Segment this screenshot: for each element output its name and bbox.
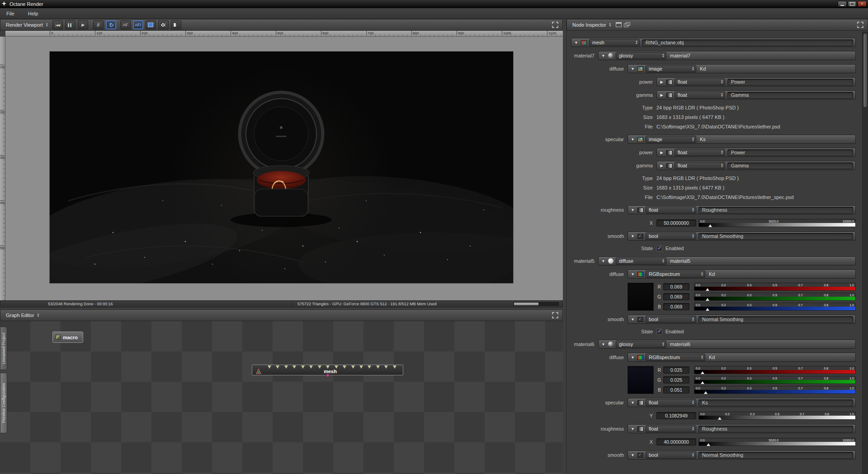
node-header-bar[interactable]: float Power [656, 148, 856, 157]
input-pins[interactable] [268, 365, 396, 369]
red-slider[interactable]: 0.00.20.30.50.70.81.0 [694, 283, 856, 291]
collapse-icon[interactable] [630, 427, 635, 431]
node-type-dropdown[interactable]: bool [646, 232, 696, 240]
red-slider[interactable]: 0.00.20.30.50.70.81.0 [694, 366, 856, 374]
slider-marker[interactable] [701, 371, 704, 374]
spinner-icon[interactable] [692, 400, 694, 405]
node-type-dropdown[interactable]: image [646, 65, 696, 72]
pin-field[interactable]: Normal Smoothing [698, 233, 853, 240]
spinner-icon[interactable] [662, 53, 665, 58]
node-type-dropdown[interactable]: bool [646, 451, 696, 459]
compare-split-button[interactable] [171, 20, 181, 29]
mesh-node-header-bar[interactable]: mesh RING_octane.obj [571, 38, 856, 47]
restart-render-button[interactable] [106, 20, 116, 29]
collapse-icon[interactable] [630, 208, 635, 212]
node-type-dropdown[interactable]: RGBspectrum [646, 354, 705, 361]
spinner-icon[interactable] [701, 355, 703, 360]
blue-slider[interactable]: 0.00.20.30.50.70.81.0 [694, 303, 856, 311]
collapse-icon[interactable] [630, 453, 635, 457]
graph-canvas[interactable]: Unnamed Project Preview Configuration ma… [0, 321, 563, 474]
tab-unnamed-project[interactable]: Unnamed Project [0, 327, 7, 370]
value-field[interactable]: 0.1082949 [656, 412, 696, 419]
spinner-icon[interactable] [662, 342, 665, 346]
collapse-icon[interactable] [659, 80, 664, 84]
tab-preview-configuration[interactable]: Preview Configuration [0, 373, 7, 433]
alpha-checker-button[interactable] [158, 20, 169, 29]
mesh-type-dropdown[interactable]: mesh [589, 39, 640, 46]
node-type-dropdown[interactable]: float [646, 425, 696, 432]
autofocus-button[interactable]: AF [120, 20, 131, 29]
roughness-slider[interactable]: 0.05020.010000.0 [698, 438, 856, 446]
close-button[interactable]: × [858, 1, 867, 7]
pin-field[interactable]: Roughness [698, 207, 853, 213]
collapse-icon[interactable] [574, 41, 579, 45]
node-type-dropdown[interactable]: float [675, 149, 725, 156]
spinner-icon[interactable] [692, 66, 694, 71]
node-type-dropdown[interactable]: RGBspectrum [646, 270, 705, 278]
specular-slider[interactable]: 0.00.20.30.50.70.81.0 [698, 412, 856, 420]
color-swatch[interactable] [627, 283, 654, 311]
spinner-icon[interactable] [701, 272, 703, 276]
spinner-icon[interactable] [692, 208, 694, 212]
node-header-bar[interactable]: float Roughness [627, 205, 856, 214]
film-settings-button[interactable] [146, 20, 156, 29]
node-header-bar[interactable]: bool Normal Smoothing [627, 232, 856, 241]
material-type-dropdown[interactable]: diffuse [616, 257, 666, 265]
node-type-dropdown[interactable]: float [646, 399, 696, 406]
pin-field[interactable]: Roughness [698, 426, 853, 432]
green-slider[interactable]: 0.00.20.30.50.70.81.0 [694, 293, 856, 301]
node-header-bar[interactable]: float Power [656, 77, 856, 86]
mesh-file-field[interactable]: RING_octane.obj [642, 39, 853, 46]
spinner-icon[interactable] [609, 23, 612, 27]
slider-marker[interactable] [706, 298, 709, 301]
spinner-icon[interactable] [46, 23, 48, 27]
collapse-icon[interactable] [601, 342, 606, 346]
collapse-icon[interactable] [630, 67, 635, 71]
color-swatch[interactable] [627, 366, 654, 394]
scrollbar-thumb[interactable] [863, 33, 868, 108]
node-header-bar[interactable]: float Gamma [656, 161, 856, 170]
inspector-scrollbar[interactable] [862, 32, 868, 474]
collapse-icon[interactable] [659, 151, 664, 155]
viewport-title-dropdown[interactable]: Render Viewport [4, 21, 50, 28]
menu-help[interactable]: Help [26, 10, 40, 17]
viewport-expand-button[interactable] [552, 21, 559, 28]
render-image[interactable] [50, 52, 513, 283]
pin-field[interactable]: Normal Smoothing [698, 452, 853, 459]
autofocus-lock-button[interactable]: AF! [133, 20, 143, 29]
spinner-icon[interactable] [692, 317, 694, 322]
value-field[interactable]: 50.0000000 [656, 219, 696, 227]
spinner-icon[interactable] [721, 163, 723, 168]
material-header-bar[interactable]: glossy material6 [598, 340, 856, 349]
graph-expand-button[interactable] [552, 312, 559, 319]
menu-file[interactable]: File [5, 10, 16, 17]
spinner-icon[interactable] [692, 234, 694, 238]
material-type-dropdown[interactable]: glossy [616, 52, 666, 59]
macro-node[interactable]: macro [52, 332, 83, 343]
pin-field[interactable]: Gamma [727, 92, 853, 99]
node-type-dropdown[interactable]: bool [646, 316, 696, 323]
node-header-bar[interactable]: bool Normal Smoothing [627, 315, 856, 324]
slider-marker[interactable] [704, 391, 708, 394]
node-header-bar[interactable]: RGBspectrum Kd [627, 270, 856, 279]
pin-field[interactable]: Power [727, 79, 853, 85]
minimize-button[interactable] [838, 1, 847, 7]
pause-button[interactable] [65, 20, 75, 29]
node-header-bar[interactable]: RGBspectrum Kd [627, 353, 856, 362]
value-field[interactable]: 0.051 [663, 386, 689, 393]
slider-marker[interactable] [718, 417, 722, 420]
value-field[interactable]: 0.025 [663, 376, 689, 384]
spinner-icon[interactable] [635, 40, 638, 45]
value-field[interactable]: 0.069 [663, 293, 689, 300]
node-type-dropdown[interactable]: float [675, 78, 725, 85]
pin-field[interactable]: Normal Smoothing [698, 316, 853, 323]
spinner-icon[interactable] [692, 427, 694, 431]
spinner-icon[interactable] [721, 80, 723, 84]
inspector-title-dropdown[interactable]: Node Inspector [571, 21, 613, 28]
node-header-bar[interactable]: float Gamma [656, 90, 856, 100]
slider-marker[interactable] [708, 224, 712, 227]
mesh-node[interactable]: mesh [252, 365, 403, 375]
blue-slider[interactable]: 0.00.20.30.50.70.81.0 [694, 386, 856, 394]
material-header-bar[interactable]: glossy material7 [598, 51, 856, 60]
collapse-icon[interactable] [601, 259, 606, 263]
